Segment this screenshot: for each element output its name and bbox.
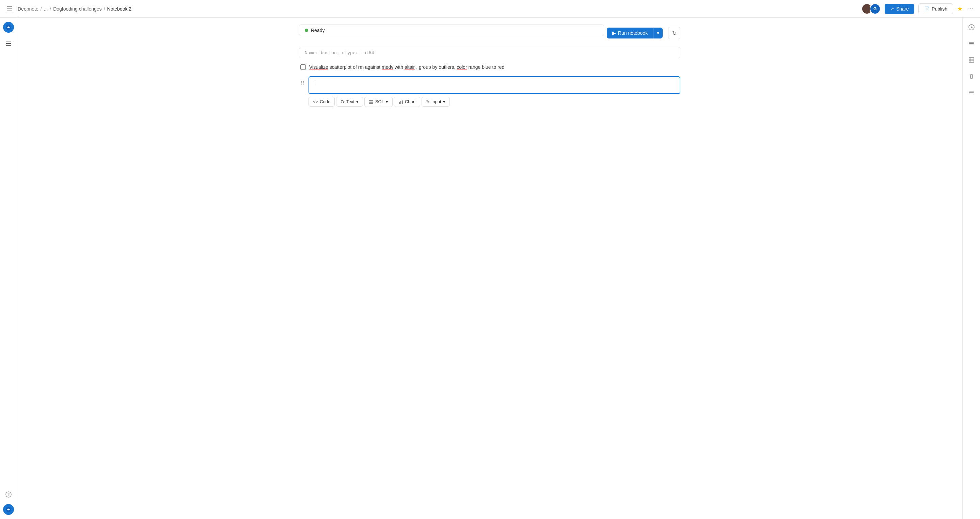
- run-dropdown-arrow[interactable]: ▾: [654, 27, 663, 38]
- code-icon: <>: [313, 99, 318, 104]
- checkbox-label: Visualize scatterplot of rm against medv…: [309, 64, 504, 71]
- avatar-user2: G: [870, 3, 881, 14]
- altair-underline: altair: [404, 64, 415, 70]
- input-label: Input: [431, 99, 441, 104]
- task-checkbox[interactable]: [300, 64, 306, 70]
- svg-marker-20: [971, 26, 973, 28]
- color-underline: color: [457, 64, 467, 70]
- svg-rect-18: [402, 100, 403, 104]
- breadcrumb-sep3: /: [104, 6, 105, 11]
- toolbar-sql-button[interactable]: SQL ▾: [364, 97, 393, 107]
- svg-rect-13: [369, 100, 373, 101]
- right-icon-table[interactable]: [966, 54, 977, 65]
- faded-cell: Name: boston, dtype: int64: [299, 47, 680, 58]
- sql-label: SQL: [375, 99, 384, 104]
- chart-label: Chart: [405, 99, 416, 104]
- cell-wrapper: <> Code Tr Text ▾: [309, 76, 680, 110]
- svg-point-8: [303, 81, 304, 82]
- visualize-underline: Visualize: [309, 64, 328, 70]
- main-layout: ? Ready ▶ Run n: [0, 18, 980, 519]
- svg-rect-30: [969, 94, 974, 95]
- cell-input[interactable]: [309, 76, 680, 94]
- avatar-group: G: [862, 3, 881, 14]
- text-label: Text: [346, 99, 355, 104]
- refresh-button[interactable]: ↻: [668, 27, 680, 39]
- text-dropdown-icon: ▾: [356, 99, 359, 104]
- svg-rect-24: [969, 57, 974, 62]
- svg-point-7: [301, 81, 302, 82]
- svg-point-12: [303, 84, 304, 85]
- sidebar-bottom: ?: [3, 489, 14, 515]
- svg-rect-22: [969, 43, 974, 44]
- share-label: Share: [896, 6, 909, 11]
- right-sidebar: [962, 18, 980, 519]
- right-icon-delete[interactable]: [966, 71, 977, 82]
- sql-icon: [369, 99, 374, 105]
- sql-dropdown-icon: ▾: [386, 99, 388, 104]
- status-dot: [305, 29, 308, 32]
- svg-point-11: [301, 84, 302, 85]
- more-button[interactable]: ···: [967, 4, 975, 14]
- svg-point-9: [301, 83, 302, 83]
- left-sidebar: ?: [0, 18, 17, 519]
- input-dropdown-icon: ▾: [443, 99, 445, 104]
- status-bar: Ready: [299, 24, 604, 36]
- topbar-right: G ↗ Share 📄 Publish ★ ···: [862, 3, 975, 14]
- svg-rect-2: [6, 43, 11, 44]
- toolbar-input-button[interactable]: ✎ Input ▾: [422, 97, 450, 107]
- code-label: Code: [320, 99, 330, 104]
- text-icon: Tr: [340, 99, 345, 104]
- sidebar-icon-help[interactable]: ?: [3, 489, 14, 500]
- svg-rect-16: [399, 102, 400, 104]
- checkbox-row: Visualize scatterplot of rm against medv…: [299, 64, 680, 71]
- toolbar-text-button[interactable]: Tr Text ▾: [336, 97, 363, 107]
- breadcrumb-home[interactable]: Deepnote: [18, 6, 38, 11]
- breadcrumb-sep1: /: [41, 6, 42, 11]
- notebook-area: Ready ▶ Run notebook ▾ ↻ Name: bost: [285, 24, 694, 110]
- right-icon-run[interactable]: [966, 22, 977, 33]
- breadcrumb: Deepnote / ... / Dogfooding challenges /…: [18, 6, 131, 11]
- sidebar-bottom-logo[interactable]: [3, 504, 14, 515]
- medv-underline: medv: [382, 64, 393, 70]
- main-content: Ready ▶ Run notebook ▾ ↻ Name: bost: [17, 18, 962, 519]
- refresh-icon: ↻: [672, 30, 676, 37]
- share-button[interactable]: ↗ Share: [885, 4, 914, 14]
- svg-rect-1: [6, 41, 11, 42]
- publish-button[interactable]: 📄 Publish: [918, 3, 953, 14]
- run-notebook-label: Run notebook: [618, 30, 648, 36]
- sidebar-logo[interactable]: [3, 22, 14, 33]
- svg-rect-23: [969, 45, 974, 45]
- svg-rect-28: [969, 91, 974, 92]
- toolbar-chart-button[interactable]: Chart: [394, 97, 420, 107]
- publish-icon: 📄: [924, 6, 930, 11]
- input-icon: ✎: [426, 99, 430, 104]
- breadcrumb-ellipsis[interactable]: ...: [44, 6, 48, 11]
- svg-rect-29: [969, 92, 974, 93]
- publish-label: Publish: [932, 6, 947, 11]
- status-text: Ready: [311, 27, 325, 33]
- svg-rect-3: [6, 45, 11, 46]
- faded-cell-text: Name: boston, dtype: int64: [305, 50, 374, 55]
- svg-rect-15: [369, 103, 373, 104]
- chart-icon: [398, 99, 403, 105]
- cell-toolbar: <> Code Tr Text ▾: [309, 94, 680, 110]
- chevron-down-icon: ▾: [657, 30, 659, 36]
- toolbar-code-button[interactable]: <> Code: [309, 97, 335, 107]
- run-notebook-button[interactable]: ▶ Run notebook ▾: [607, 27, 663, 38]
- share-icon: ↗: [890, 6, 894, 11]
- run-play-icon: ▶: [612, 30, 616, 36]
- svg-rect-14: [369, 102, 373, 102]
- menu-icon[interactable]: [5, 4, 15, 14]
- svg-rect-21: [969, 42, 974, 43]
- breadcrumb-parent[interactable]: Dogfooding challenges: [53, 6, 102, 11]
- topbar-left: Deepnote / ... / Dogfooding challenges /…: [5, 4, 131, 14]
- sidebar-icon-menu[interactable]: [3, 38, 14, 49]
- breadcrumb-current: Notebook 2: [107, 6, 132, 11]
- right-icon-more[interactable]: [966, 87, 977, 98]
- star-button[interactable]: ★: [957, 5, 963, 13]
- right-icon-block[interactable]: [966, 38, 977, 49]
- svg-rect-17: [400, 101, 401, 104]
- cell-drag-handle[interactable]: [299, 76, 306, 85]
- text-cursor: [314, 81, 314, 86]
- run-notebook-main[interactable]: ▶ Run notebook: [607, 27, 654, 38]
